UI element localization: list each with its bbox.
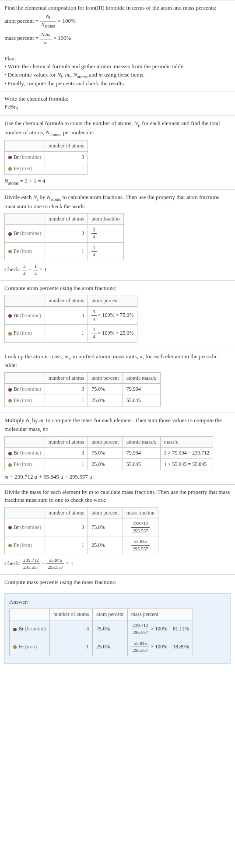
mm-m: m <box>43 426 47 432</box>
fe-eq: × 100% = 25.0% <box>97 330 134 336</box>
br-cell: Br (bromine) <box>10 620 50 638</box>
frac-icon: 14 <box>91 326 97 340</box>
table-row: Fe (iron)114 <box>5 242 124 260</box>
br-label: Br <box>18 626 24 632</box>
plan-title: Plan: <box>4 55 231 63</box>
br-n: 3 <box>49 620 92 638</box>
formula-sub: 3 <box>16 106 18 111</box>
atomfrac-intro: Divide each Ni by Natoms to calculate at… <box>4 193 231 210</box>
fn: 55.845 <box>131 640 150 647</box>
frac-icon: 55.845295.557 <box>46 557 65 571</box>
fn: 239.712 <box>131 622 150 629</box>
pb2a: • Determine values for <box>4 71 57 78</box>
table-row: Br (bromine)375.0%239.712295.557 × 100% … <box>10 620 193 638</box>
atompct-section: Compute atom percents using the atom fra… <box>0 280 235 349</box>
br-cell: Br (bromine) <box>5 307 45 325</box>
fn: 1 <box>91 245 97 252</box>
fe-n: 1 <box>45 395 88 406</box>
table-row: Fe (iron)125.0%55.845 <box>5 395 161 406</box>
ct-eq: = 3 + 1 = 4 <box>19 178 46 184</box>
atomfrac-check: Check: 34 + 14 = 1 <box>4 263 231 277</box>
br-cell: Br (bromine) <box>5 152 45 163</box>
ci-ni: N <box>134 120 138 126</box>
masspct-intro: Compute mass percents using the mass fra… <box>4 578 231 586</box>
fe-name: (iron) <box>20 248 32 254</box>
question-text: Find the elemental composition for iron(… <box>4 4 231 12</box>
fe-pct: 25.0% <box>88 395 123 406</box>
br-name: (bromine) <box>20 524 41 530</box>
col-blank <box>5 436 45 448</box>
br-label: Br <box>14 450 19 456</box>
var-ni-sub: i <box>61 74 62 79</box>
frac-icon: 14 <box>33 263 38 277</box>
atomfrac-section: Divide each Ni by Natoms to calculate at… <box>0 189 235 280</box>
var-natoms: N <box>73 71 77 78</box>
fn: 3 <box>91 308 97 315</box>
col-blank <box>5 140 45 152</box>
br-label: Br <box>14 524 19 530</box>
table-row: Fe (iron)125.0%55.8451 × 55.845 = 55.845 <box>5 459 213 470</box>
col-blank <box>5 507 45 518</box>
ct-na: N <box>4 178 8 184</box>
atom-percent-formula: atom percent = Ni Natoms × 100% <box>4 13 231 29</box>
frac-icon: 34 <box>22 263 27 277</box>
fe-label: Fe <box>18 644 24 650</box>
table-row: Br (bromine)375.0%79.904 <box>5 384 161 395</box>
br-pct: 34 × 100% = 75.0% <box>88 307 137 325</box>
fe-mass: 55.845 <box>123 395 160 406</box>
fn: 239.712 <box>22 557 40 564</box>
fe-cell: Fe (iron) <box>5 324 45 342</box>
fd: 295.557 <box>131 629 150 636</box>
br-eq: × 100% = 75.0% <box>97 312 134 318</box>
fe-cell: Fe (iron) <box>5 395 45 406</box>
col-atoms: number of atoms <box>45 372 88 384</box>
br-name: (bromine) <box>20 312 41 318</box>
fd: 295.557 <box>131 528 150 534</box>
fe-name: (iron) <box>20 165 32 172</box>
fe-name: (iron) <box>20 397 32 403</box>
chk-b: + <box>40 560 46 567</box>
count-table: number of atoms Br (bromine)3 Fe (iron)1 <box>4 140 88 174</box>
var-natoms-sub: atoms <box>77 74 88 79</box>
br-cell: Br (bromine) <box>5 224 45 242</box>
ci-na-sub: atoms <box>49 132 60 136</box>
pb2b: using these items. <box>103 71 145 78</box>
massfrac-check: Check: 239.712295.557 + 55.845295.557 = … <box>4 557 231 571</box>
br-name: (bromine) <box>20 386 41 392</box>
mass-pct-lhs: mass percent = <box>4 35 39 41</box>
fd: 295.557 <box>22 564 40 570</box>
fe-pct: 25.0% <box>93 638 127 656</box>
answer-label: Answer: <box>9 598 226 606</box>
var-mi: m <box>65 71 69 78</box>
fd: 295.557 <box>131 647 150 654</box>
table-row: number of atomsatom percent <box>5 295 137 307</box>
table-row: Br (bromine)3 <box>5 152 88 163</box>
table-row: number of atoms <box>5 140 88 152</box>
br-pct: 75.0% <box>88 518 123 536</box>
col-mass: mass/u <box>160 436 213 448</box>
br-label: Br <box>14 154 19 160</box>
var-m: m <box>98 71 102 78</box>
fe-eq: × 100% = 18.89% <box>149 643 189 649</box>
atom-pct-lhs: atom percent = <box>4 18 39 24</box>
mass-pct-fraction: Nimi m <box>40 31 52 46</box>
br-name: (bromine) <box>20 450 41 456</box>
table-row: number of atomsatom percentatomic mass/u… <box>5 436 213 448</box>
fe-cell: Fe (iron) <box>5 536 45 554</box>
plan-bullet-3: • Finally, compute the percents and chec… <box>4 80 231 88</box>
circle-icon <box>13 645 17 649</box>
col-atoms: number of atoms <box>45 507 88 518</box>
fe-cell: Fe (iron) <box>10 638 50 656</box>
fe-n: 1 <box>45 163 88 174</box>
col-pct: atom percent <box>88 436 123 448</box>
col-atoms: number of atoms <box>45 140 88 152</box>
fe-pct: 25.0% <box>88 536 123 554</box>
massfrac-section: Divide the mass for each element by m to… <box>0 484 235 574</box>
circle-icon <box>8 332 12 336</box>
formula-title: Write the chemical formula: <box>4 95 231 103</box>
af-a: Divide each <box>4 194 33 200</box>
col-pct: atom percent <box>88 295 137 307</box>
circle-icon <box>8 314 12 318</box>
massfrac-intro: Divide the mass for each element by m to… <box>4 488 231 504</box>
table-row: number of atomsatom percentmass percent <box>10 609 193 620</box>
